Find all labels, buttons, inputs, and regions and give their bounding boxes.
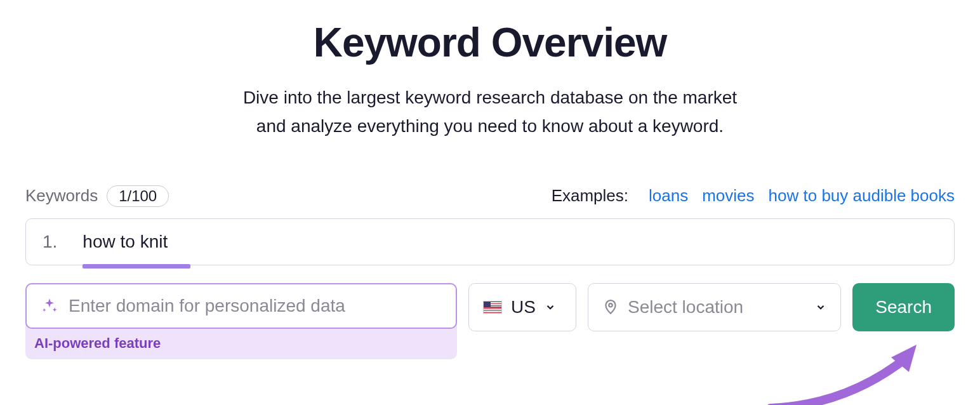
search-button[interactable]: Search <box>852 283 955 331</box>
example-link-audible[interactable]: how to buy audible books <box>769 186 955 206</box>
row-number: 1. <box>43 232 57 252</box>
location-pin-icon <box>602 299 619 315</box>
keyword-text-wrap <box>83 232 844 252</box>
subtitle-line-1: Dive into the largest keyword research d… <box>243 88 737 107</box>
example-link-loans[interactable]: loans <box>649 186 688 206</box>
country-code-label: US <box>511 297 536 317</box>
examples-wrap: Examples: loans movies how to buy audibl… <box>552 186 955 206</box>
form-top-row: Keywords 1/100 Examples: loans movies ho… <box>25 185 955 207</box>
sparkle-icon <box>41 297 58 315</box>
domain-input[interactable] <box>69 296 442 316</box>
chevron-down-icon <box>815 302 826 313</box>
svg-point-0 <box>609 303 612 307</box>
page-title: Keyword Overview <box>25 19 955 66</box>
ai-feature-label: AI-powered feature <box>25 329 457 352</box>
domain-field[interactable] <box>25 283 457 329</box>
examples-label: Examples: <box>552 186 628 206</box>
location-selector[interactable]: Select location <box>588 283 841 331</box>
country-selector[interactable]: US <box>468 283 576 331</box>
domain-field-wrap: AI-powered feature <box>25 283 457 359</box>
chevron-down-icon <box>545 302 556 313</box>
keywords-label: Keywords <box>25 186 98 206</box>
page-subtitle: Dive into the largest keyword research d… <box>25 84 955 141</box>
keyword-input-row[interactable]: 1. <box>25 218 955 265</box>
keywords-count-badge: 1/100 <box>107 185 169 207</box>
location-placeholder: Select location <box>628 297 806 317</box>
subtitle-line-2: and analyze everything you need to know … <box>256 116 724 136</box>
keyword-input[interactable] <box>83 232 844 252</box>
controls-row: AI-powered feature US Select location <box>25 283 955 359</box>
highlight-underline <box>83 264 190 269</box>
us-flag-icon <box>483 301 502 314</box>
keywords-label-wrap: Keywords 1/100 <box>25 185 169 207</box>
example-link-movies[interactable]: movies <box>702 186 754 206</box>
search-form: Keywords 1/100 Examples: loans movies ho… <box>25 185 955 359</box>
